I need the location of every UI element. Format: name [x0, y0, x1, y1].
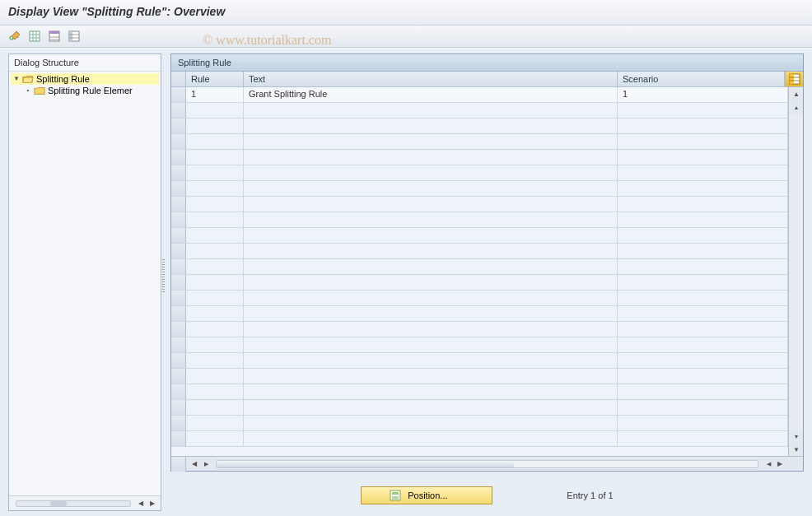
- table-cell: [244, 150, 618, 165]
- table-body: 1Grant Splitting Rule1 ▲ ▲ ▼ ▼: [171, 87, 803, 456]
- splitter[interactable]: [161, 49, 166, 516]
- expand-all-button[interactable]: [26, 28, 43, 44]
- table-cell: [618, 150, 788, 165]
- row-selector[interactable]: [171, 291, 186, 305]
- hscroll-track[interactable]: [216, 460, 758, 468]
- table-cell: [186, 134, 244, 149]
- row-selector[interactable]: [171, 103, 186, 118]
- table-cell: [244, 134, 618, 149]
- row-selector[interactable]: [171, 119, 186, 133]
- table-row: [171, 353, 788, 369]
- main-area: Dialog Structure ▼ Splitting Rule • Spli…: [0, 48, 812, 516]
- splitter-handle-icon: [162, 259, 165, 292]
- table-cell: [186, 165, 244, 180]
- row-selector[interactable]: [171, 431, 186, 446]
- scroll-down-icon[interactable]: ▼: [789, 443, 803, 456]
- row-selector[interactable]: [171, 353, 186, 368]
- tree-node-splitting-rule[interactable]: ▼ Splitting Rule: [11, 73, 159, 85]
- column-header-text[interactable]: Text: [244, 72, 618, 86]
- table-cell: [618, 259, 788, 274]
- table-cell: [618, 165, 788, 180]
- table-row: [171, 181, 788, 197]
- row-selector[interactable]: [171, 197, 186, 212]
- scroll-right-step-icon[interactable]: ◀: [763, 459, 773, 469]
- table-cell: [618, 369, 788, 384]
- scroll-right-icon[interactable]: ▶: [775, 459, 785, 469]
- table-cell[interactable]: 1: [618, 87, 788, 102]
- table-cell: [618, 103, 788, 118]
- table-row: [171, 228, 788, 244]
- bullet-icon: •: [24, 86, 32, 95]
- row-selector[interactable]: [171, 181, 186, 196]
- scroll-up-step-icon[interactable]: ▲: [789, 100, 803, 114]
- collapse-toggle-icon[interactable]: ▼: [12, 75, 21, 83]
- svg-rect-6: [790, 74, 794, 84]
- row-selector[interactable]: [171, 212, 186, 227]
- scroll-left-icon[interactable]: ◀: [189, 459, 199, 469]
- row-selector[interactable]: [171, 87, 186, 102]
- table-cell: [618, 431, 788, 446]
- table-cell: [244, 337, 618, 352]
- row-selector[interactable]: [171, 134, 186, 149]
- select-all-rows[interactable]: [171, 72, 186, 86]
- row-selector[interactable]: [171, 228, 186, 243]
- row-selector[interactable]: [171, 275, 186, 290]
- table-cell[interactable]: 1: [186, 87, 244, 102]
- table-cell: [244, 119, 618, 133]
- entry-count-label: Entry 1 of 1: [567, 490, 613, 500]
- table-cell: [244, 181, 618, 196]
- table-cell: [186, 212, 244, 227]
- scroll-up-icon[interactable]: ▲: [789, 87, 803, 100]
- row-selector[interactable]: [171, 369, 186, 384]
- tree-node-splitting-rule-element[interactable]: • Splitting Rule Elemer: [11, 85, 159, 96]
- row-selector[interactable]: [171, 400, 186, 415]
- table-cell: [244, 259, 618, 274]
- table-cell: [186, 400, 244, 415]
- vertical-scrollbar: ▲ ▲ ▼ ▼: [788, 87, 803, 456]
- row-selector[interactable]: [171, 416, 186, 430]
- table-cell: [618, 416, 788, 430]
- table-row: [171, 103, 788, 119]
- sidebar-scroll-track[interactable]: [16, 500, 131, 507]
- row-selector[interactable]: [171, 306, 186, 321]
- scroll-right-icon[interactable]: ▶: [147, 499, 157, 509]
- table-cell: [244, 369, 618, 384]
- row-selector[interactable]: [171, 384, 186, 399]
- row-selector[interactable]: [171, 244, 186, 258]
- table-row: [171, 244, 788, 259]
- hscroll-thumb[interactable]: [217, 461, 514, 467]
- folder-icon: [34, 86, 45, 95]
- table-cell: [244, 103, 618, 118]
- toggle-display-change-button[interactable]: [7, 28, 23, 44]
- table-cell: [244, 275, 618, 290]
- table-row: 1Grant Splitting Rule1: [171, 87, 788, 103]
- table-cell: [244, 384, 618, 399]
- table-cell[interactable]: Grant Splitting Rule: [244, 87, 618, 102]
- table-cell: [186, 353, 244, 368]
- scroll-left-icon[interactable]: ◀: [136, 499, 146, 509]
- position-button[interactable]: Position...: [361, 486, 492, 504]
- select-block-button[interactable]: [66, 28, 82, 44]
- page-title-text: Display View "Splitting Rule": Overview: [8, 5, 225, 18]
- configure-columns-button[interactable]: [785, 72, 803, 86]
- sidebar-scroll-thumb[interactable]: [50, 501, 67, 506]
- row-selector[interactable]: [171, 165, 186, 180]
- table-cell: [244, 197, 618, 212]
- table-cell: [186, 228, 244, 243]
- folder-open-icon: [22, 74, 34, 84]
- row-selector[interactable]: [171, 259, 186, 274]
- column-header-rule[interactable]: Rule: [186, 72, 244, 86]
- table-row: [171, 165, 788, 181]
- splitting-rule-panel: Splitting Rule Rule Text Scenario 1Grant…: [170, 53, 804, 472]
- vscroll-track[interactable]: [789, 114, 803, 430]
- scroll-down-step-icon[interactable]: ▼: [789, 430, 803, 443]
- scroll-left-step-icon[interactable]: ▶: [201, 459, 211, 469]
- table-cell: [186, 291, 244, 305]
- table-cell: [244, 306, 618, 321]
- row-selector[interactable]: [171, 322, 186, 337]
- column-header-scenario[interactable]: Scenario: [618, 72, 785, 86]
- collapse-all-button[interactable]: [46, 28, 63, 44]
- row-selector[interactable]: [171, 150, 186, 165]
- svg-rect-2: [49, 31, 59, 34]
- row-selector[interactable]: [171, 337, 186, 352]
